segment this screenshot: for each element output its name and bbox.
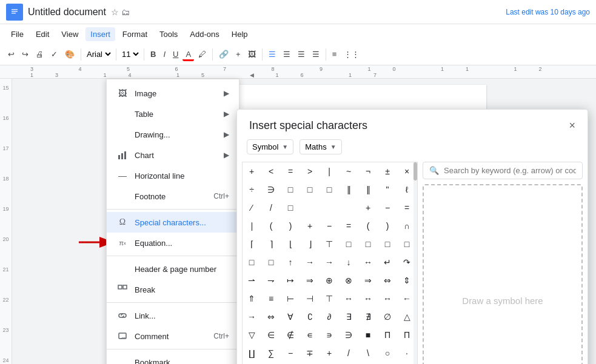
paint-button[interactable]: 🎨: [62, 48, 78, 61]
char-cell[interactable]: ¬: [359, 162, 377, 180]
char-cell[interactable]: □: [359, 235, 377, 253]
char-cell[interactable]: [301, 199, 319, 217]
font-size-selector[interactable]: 11: [119, 49, 141, 59]
char-cell[interactable]: ‖: [340, 180, 358, 199]
char-cell[interactable]: □: [243, 253, 261, 271]
char-cell[interactable]: ∍: [320, 326, 338, 344]
char-cell[interactable]: ⇒: [359, 271, 377, 290]
search-input[interactable]: [444, 166, 576, 175]
char-cell[interactable]: (: [359, 217, 377, 235]
char-cell[interactable]: <: [262, 162, 280, 180]
char-cell[interactable]: ⌋: [301, 235, 319, 253]
menu-edit[interactable]: Edit: [31, 27, 54, 41]
char-cell[interactable]: □: [378, 235, 397, 253]
char-cell[interactable]: ○: [378, 344, 397, 362]
align-center-button[interactable]: ☰: [280, 48, 293, 61]
char-cell[interactable]: ⌉: [262, 235, 280, 253]
spellcheck-button[interactable]: ✓: [48, 48, 61, 61]
char-cell[interactable]: ∑: [262, 344, 280, 362]
char-cell[interactable]: ∈: [262, 326, 280, 344]
char-cell[interactable]: □: [262, 253, 280, 271]
char-cell[interactable]: →: [243, 308, 261, 326]
char-cell[interactable]: =: [340, 217, 358, 235]
char-cell[interactable]: ): [281, 217, 300, 235]
char-cell[interactable]: □: [281, 199, 300, 217]
char-cell[interactable]: (: [262, 217, 280, 235]
char-cell[interactable]: ∋: [340, 326, 358, 344]
char-cell[interactable]: ∁: [301, 308, 319, 326]
folder-icon[interactable]: 🗂: [121, 7, 130, 17]
char-cell[interactable]: ∃: [340, 308, 358, 326]
star-icon[interactable]: ☆: [111, 7, 119, 17]
char-cell[interactable]: ⌊: [281, 235, 300, 253]
menu-item-header[interactable]: Header & page number: [107, 259, 239, 279]
italic-button[interactable]: I: [160, 48, 169, 61]
dialog-close-button[interactable]: ×: [569, 119, 575, 132]
menu-item-drawing[interactable]: Drawing... ▶: [107, 124, 239, 145]
bold-button[interactable]: B: [147, 48, 159, 61]
char-cell[interactable]: ↑: [281, 253, 300, 271]
char-cell[interactable]: ∄: [359, 308, 377, 326]
draw-area[interactable]: Draw a symbol here: [423, 184, 583, 364]
scrollbar[interactable]: [414, 162, 417, 364]
redo-button[interactable]: ↪: [19, 48, 32, 61]
char-cell[interactable]: >: [301, 162, 319, 180]
char-cell[interactable]: □: [301, 180, 319, 199]
char-cell[interactable]: /: [262, 199, 280, 217]
char-cell[interactable]: →: [301, 253, 319, 271]
menu-item-table[interactable]: Table ▶: [107, 104, 239, 124]
char-cell[interactable]: ⊕: [320, 271, 338, 290]
print-button[interactable]: 🖨: [33, 48, 47, 61]
char-cell[interactable]: [340, 199, 358, 217]
char-cell[interactable]: ▽: [243, 326, 261, 344]
char-cell[interactable]: ∀: [281, 308, 300, 326]
char-cell[interactable]: ≡: [262, 290, 280, 308]
char-cell[interactable]: ■: [359, 326, 377, 344]
char-cell[interactable]: ~: [340, 162, 358, 180]
char-cell[interactable]: ∓: [301, 344, 319, 362]
char-cell[interactable]: −: [320, 217, 338, 235]
char-cell[interactable]: ⇁: [262, 271, 280, 290]
menu-view[interactable]: View: [56, 27, 83, 41]
maths-dropdown[interactable]: Maths ▼: [300, 139, 341, 154]
char-cell[interactable]: □: [340, 235, 358, 253]
menu-item-break[interactable]: Break: [107, 279, 239, 300]
char-cell[interactable]: ∕: [243, 199, 261, 217]
align-right-button[interactable]: ☰: [295, 48, 308, 61]
char-cell[interactable]: ⇀: [243, 271, 261, 290]
char-cell[interactable]: ↓: [340, 253, 358, 271]
char-cell[interactable]: −: [378, 199, 397, 217]
menu-format[interactable]: Format: [118, 27, 152, 41]
char-cell[interactable]: ⇒: [301, 271, 319, 290]
char-cell[interactable]: ⊤: [320, 290, 338, 308]
menu-item-hline[interactable]: — Horizontal line: [107, 165, 239, 186]
menu-item-chart[interactable]: Chart ▶: [107, 145, 239, 165]
char-cell[interactable]: ⊣: [301, 290, 319, 308]
char-cell[interactable]: +: [243, 162, 261, 180]
underline-button[interactable]: U: [170, 48, 181, 61]
char-cell[interactable]: ∉: [281, 326, 300, 344]
char-cell[interactable]: ⊢: [281, 290, 300, 308]
char-cell[interactable]: /: [340, 344, 358, 362]
char-cell[interactable]: ↔: [378, 290, 397, 308]
line-spacing-button[interactable]: ≡: [329, 48, 340, 61]
menu-file[interactable]: File: [6, 27, 28, 41]
char-cell[interactable]: ⊗: [340, 271, 358, 290]
char-cell[interactable]: ∂: [320, 308, 338, 326]
menu-tools[interactable]: Tools: [155, 27, 182, 41]
image-button[interactable]: 🖼: [245, 48, 259, 61]
char-cell[interactable]: →: [320, 253, 338, 271]
align-justify-button[interactable]: ☰: [309, 48, 323, 61]
char-cell[interactable]: Π: [378, 326, 397, 344]
char-cell[interactable]: \: [359, 344, 377, 362]
menu-item-comment[interactable]: Comment Ctrl+: [107, 326, 239, 346]
menu-item-image[interactable]: 🖼 Image ▶: [107, 83, 239, 104]
char-cell[interactable]: ": [378, 180, 397, 199]
char-cell[interactable]: −: [281, 344, 300, 362]
char-cell[interactable]: [320, 199, 338, 217]
menu-addons[interactable]: Add-ons: [185, 27, 224, 41]
align-left-button[interactable]: ☰: [266, 48, 279, 61]
char-cell[interactable]: ): [378, 217, 397, 235]
char-cell[interactable]: ⌈: [243, 235, 261, 253]
menu-item-special[interactable]: Ω Special characters...: [107, 212, 239, 233]
